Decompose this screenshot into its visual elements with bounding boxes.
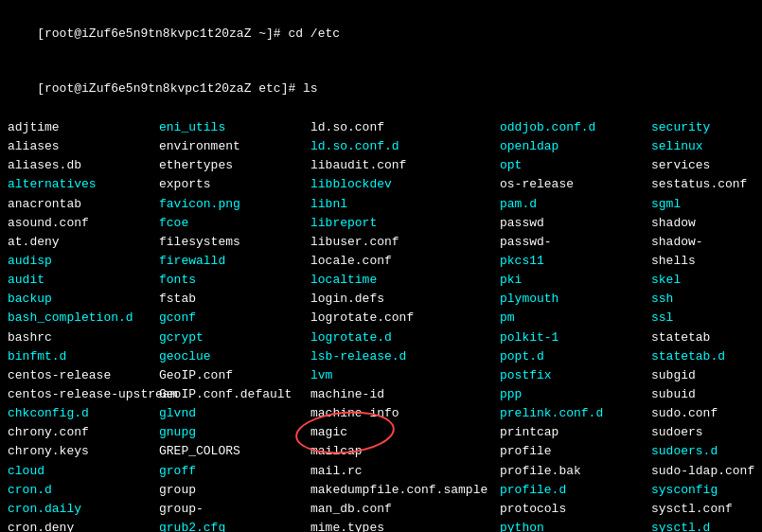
ls-item: services [651, 156, 762, 175]
ls-item: sudoers.d [651, 442, 762, 461]
ls-item: gcrypt [159, 328, 310, 347]
ls-item: aliases [8, 137, 159, 156]
ls-item: shadow [651, 214, 762, 233]
ls-item: login.defs [310, 290, 500, 309]
ls-item: sudo-ldap.conf [651, 462, 762, 481]
ls-item: ssh [651, 290, 762, 309]
ls-item: exports [159, 175, 310, 194]
ls-item: sgml [651, 195, 762, 214]
terminal: [root@iZuf6e5n9tn8kvpc1t20zaZ ~]# cd /et… [0, 0, 762, 532]
ls-item: statetab [651, 328, 762, 347]
ls-item: man_db.conf [310, 500, 500, 519]
prompt-line-2: [root@iZuf6e5n9tn8kvpc1t20zaZ etc]# ls [8, 62, 754, 117]
ls-item: chkconfig.d [8, 404, 159, 423]
ls-item: makedumpfile.conf.sample [310, 481, 500, 500]
ls-item: pm [500, 309, 651, 328]
ls-item: asound.conf [8, 214, 159, 233]
ls-item: bash_completion.d [8, 309, 159, 328]
ls-item: groff [159, 462, 310, 481]
ls-item: cron.daily [8, 500, 159, 519]
ls-item: adjtime [8, 118, 159, 137]
ls-item: sysctl.conf [651, 500, 762, 519]
ls-item: lsb-release.d [310, 347, 500, 366]
ls-item: popt.d [500, 347, 651, 366]
ls-item: ld.so.conf [310, 118, 500, 137]
ls-item: cron.d [8, 481, 159, 500]
ls-item: mail.rc [310, 462, 500, 481]
ls-item: shells [651, 252, 762, 271]
ls-item: oddjob.conf.d [500, 118, 651, 137]
ls-item: subuid [651, 385, 762, 404]
ls-item: at.deny [8, 233, 159, 252]
ls-item: fonts [159, 271, 310, 290]
ls-item: postfix [500, 366, 651, 385]
ls-item: sudoers [651, 423, 762, 442]
prompt-text-2: [root@iZuf6e5n9tn8kvpc1t20zaZ etc]# ls [37, 81, 317, 96]
ls-item: os-release [500, 175, 651, 194]
ls-item: polkit-1 [500, 328, 651, 347]
ls-item: group [159, 481, 310, 500]
ls-item: pam.d [500, 195, 651, 214]
ls-item: glvnd [159, 404, 310, 423]
ls-item: prelink.conf.d [500, 404, 651, 423]
ls-item: audit [8, 271, 159, 290]
prompt-text-1: [root@iZuf6e5n9tn8kvpc1t20zaZ ~]# cd /et… [37, 27, 340, 41]
ls-item: magic [310, 423, 500, 442]
ls-item: profile [500, 442, 651, 461]
ls-item: aliases.db [8, 156, 159, 175]
ls-item: printcap [500, 423, 651, 442]
ls-item: sudo.conf [651, 404, 762, 423]
ls-item: ppp [500, 385, 651, 404]
ls-item: group- [159, 500, 310, 519]
ls-item: chrony.keys [8, 442, 159, 461]
ls-item: libuser.conf [310, 233, 500, 252]
ls-item: geoclue [159, 347, 310, 366]
ls-item: statetab.d [651, 347, 762, 366]
ls-item: passwd- [500, 233, 651, 252]
ls-item: GeoIP.conf.default [159, 385, 310, 404]
ls-item: GREP_COLORS [159, 442, 310, 461]
ls-item: pki [500, 271, 651, 290]
ls-item: favicon.png [159, 195, 310, 214]
ls-item: eni_utils [159, 118, 310, 137]
ls-item: ssl [651, 309, 762, 328]
ls-item: security [651, 118, 762, 137]
ls-item: cron.deny [8, 519, 159, 532]
ls-item: protocols [500, 500, 651, 519]
ls-item: libnl [310, 195, 500, 214]
ls-item: grub2.cfg [159, 519, 310, 532]
ls-item: bashrc [8, 328, 159, 347]
ls-item: backup [8, 290, 159, 309]
ls-item: centos-release-upstream [8, 385, 159, 404]
prompt-line-1: [root@iZuf6e5n9tn8kvpc1t20zaZ ~]# cd /et… [8, 6, 754, 62]
ls-item: cloud [8, 462, 159, 481]
ls-item: pkcs11 [500, 252, 651, 271]
ls-item: fcoe [159, 214, 310, 233]
ls-item: gnupg [159, 423, 310, 442]
ls-item: anacrontab [8, 195, 159, 214]
ls-item: lvm [310, 366, 500, 385]
ls-item: binfmt.d [8, 347, 159, 366]
ls-item: python [500, 519, 651, 532]
ls-item: machine-info [310, 404, 500, 423]
ls-item: selinux [651, 137, 762, 156]
ls-item: alternatives [8, 175, 159, 194]
ls-item: passwd [500, 214, 651, 233]
ls-item: plymouth [500, 290, 651, 309]
ls-item: opt [500, 156, 651, 175]
ls-item: locale.conf [310, 252, 500, 271]
ls-item: mime.types [310, 519, 500, 532]
ls-item: subgid [651, 366, 762, 385]
ls-item: sestatus.conf [651, 175, 762, 194]
ls-item: filesystems [159, 233, 310, 252]
ls-output: adjtimealiasesaliases.dbalternativesanac… [8, 118, 754, 532]
ls-item: chrony.conf [8, 423, 159, 442]
ls-item: libblockdev [310, 175, 500, 194]
ls-item: machine-id [310, 385, 500, 404]
ls-item: environment [159, 137, 310, 156]
ls-item: profile.d [500, 481, 651, 500]
ls-item: centos-release [8, 366, 159, 385]
ls-item: profile.bak [500, 462, 651, 481]
ls-item: firewalld [159, 252, 310, 271]
ls-item: logrotate.d [310, 328, 500, 347]
